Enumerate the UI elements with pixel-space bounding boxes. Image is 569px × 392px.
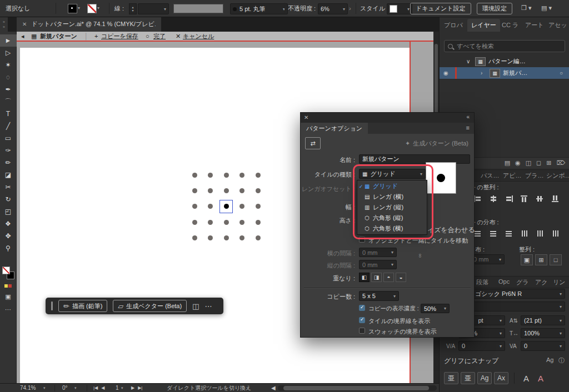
toolbar-more-button[interactable]: ⋯ [5,306,11,313]
align-to-key-object-icon[interactable]: ⊞ [535,254,547,265]
panel-expander-strip[interactable]: »» [0,17,8,32]
tile-type-option-brick-by-column[interactable]: ▥レンガ (縦) [357,202,427,213]
lasso-tool[interactable]: ◌ [0,71,17,83]
next-page-icon[interactable]: ▶ [131,384,134,392]
show-swatch-bounds-checkbox[interactable] [359,328,365,334]
last-page-icon[interactable]: ▶| [138,384,142,392]
fill-indicator[interactable] [2,267,10,274]
leading-field[interactable]: (21 pt)▾ [521,315,565,325]
cancel-link[interactable]: キャンセル [183,32,214,41]
eraser-tool[interactable]: ◪ [0,169,17,181]
arrange-documents-icon[interactable]: ❒ ▾ [521,4,531,12]
document-tab[interactable]: ✕ ドットパターン.ai* @ 74.1 % (CMYK/プレビュー) [17,17,161,32]
save-copy-link[interactable]: コピーを保存 [101,32,138,41]
document-setup-button[interactable]: ドキュメント設定 [410,3,471,14]
stroke-color-swatch[interactable] [87,4,97,13]
snap-x-height-icon[interactable]: Ax [494,372,508,384]
magic-wand-tool[interactable]: ✶ [0,59,17,71]
first-page-icon[interactable]: |◀ [93,384,98,392]
overlap-left-in-front-icon[interactable]: ◧ [359,273,370,282]
copies-dropdown[interactable]: 5 x 5▾ [359,291,399,301]
search-field[interactable]: すべてを検索 [444,40,565,52]
tile-type-option-hex-by-row[interactable]: ⬡六角形 (横) [357,223,427,234]
snap-em-box-icon[interactable]: 亜 [444,372,458,384]
distribute-v-center-button[interactable] [487,228,500,239]
drawing-mode-button[interactable]: ▣ [5,293,11,300]
overlap-bottom-in-front-icon[interactable]: ◒ [396,273,406,282]
opacity-field[interactable]: 6%▾ [318,3,348,14]
direct-selection-tool[interactable]: ▷ [0,47,17,59]
dim-copies-dropdown[interactable]: 50%▾ [421,304,450,313]
prev-page-icon[interactable]: ◀ [101,384,104,392]
pattern-options-tab[interactable]: パターンオプション [301,123,368,134]
distribute-left-button[interactable] [518,228,531,239]
tab-cc-libraries[interactable]: CC ラ [502,21,518,29]
new-sublayer-icon[interactable]: ◻ [536,159,541,167]
paintbrush-tool[interactable]: ✑ [0,144,17,157]
align-v-center-button[interactable] [534,193,546,204]
tab-properties[interactable]: プロパ [444,21,463,29]
locate-object-icon[interactable]: ◉ [515,159,521,167]
info-icon[interactable]: ⓘ [558,356,565,365]
zoom-caret-icon[interactable]: ▾ [43,384,46,392]
glyph-ag-icon[interactable]: Ag [546,356,553,363]
rotation-value[interactable]: 0° [62,384,68,392]
layer-row-new-pattern[interactable]: ◉ › ▦ 新規パ… ○ [440,67,569,79]
style-dropdown[interactable]: ▾ [387,3,412,14]
align-to-artboard-icon[interactable]: □ [550,254,562,265]
rectangle-tool[interactable]: ▭ [0,132,17,144]
scale-tool[interactable]: ◰ [0,205,17,218]
back-arrow-icon[interactable]: ◂ [21,32,24,41]
tab-layers[interactable]: レイヤー [467,19,500,32]
visibility-eye-icon[interactable]: ◉ [443,67,448,79]
distribute-h-center-button[interactable] [534,228,546,239]
tab-opentype[interactable]: Opc [498,278,510,285]
selection-tool[interactable]: ► [0,34,17,47]
generate-vector-button[interactable]: ▱生成ベクター (Beta) [113,300,187,312]
disclosure-closed-icon[interactable]: › [481,67,482,79]
scroll-left-arrow-icon[interactable]: ◀ [271,384,276,392]
tile-type-option-hex-by-column[interactable]: ⬡六角形 (縦) [357,213,427,223]
color-chip-yellow[interactable] [4,284,8,288]
fill-color-swatch[interactable] [68,4,77,13]
kerning-field[interactable]: 0▾ [458,341,505,351]
move-tiles-checkbox[interactable] [359,237,365,243]
tab-brushes[interactable]: ブラ… [525,172,544,180]
delete-selection-icon[interactable]: ⌦ [556,159,565,167]
horizontal-scale-field[interactable]: 100%▾ [521,328,565,338]
tile-type-option-grid[interactable]: ✓▦グリッド [357,181,427,192]
collect-for-export-icon[interactable]: ▤ [505,159,510,167]
snap-glyph-bounds-icon[interactable]: Ag [477,372,492,384]
drag-handle[interactable] [51,301,53,310]
tile-type-option-brick-by-row[interactable]: ▤レンガ (横) [357,192,427,202]
snap-angle-icon[interactable]: A [520,374,532,383]
generate-pattern-button[interactable]: ✦ 生成パターン (Beta) [405,139,468,148]
snap-anchor-icon[interactable]: A [535,374,547,383]
zoom-level[interactable]: 74.1% [20,384,36,392]
target-circle-icon[interactable]: ○ [560,67,563,79]
stroke-weight-dropdown[interactable]: ▾ [138,3,169,14]
align-bottom-button[interactable] [550,193,562,204]
fill-stroke-indicator[interactable] [0,265,17,282]
stroke-weight-stepper[interactable]: ▴▾ [129,3,137,14]
brush-dropdown[interactable]: 5 pt. 丸筆▾ [230,3,288,14]
pencil-tool[interactable]: ✏ [0,157,17,169]
layer-row-pattern-mode[interactable]: ∨ ▦ パターン編… [440,56,569,68]
overlap-right-in-front-icon[interactable]: ◨ [371,273,382,282]
panel-menu-icon[interactable]: ≡ [466,124,470,131]
stroke-swatch-caret-icon[interactable]: ▾ [97,6,99,11]
distribute-spacing-field[interactable]: 0 mm▾ [470,254,505,264]
link-spacing-icon[interactable]: ∞ [417,254,423,258]
more-options-icon[interactable]: ⋯ [204,302,212,310]
tab-symbols[interactable]: シンボ… [546,172,569,180]
disclosure-open-icon[interactable]: ∨ [466,56,470,67]
tile-type-dropdown[interactable]: ▦ グリッド ▾ [359,169,426,179]
align-right-button[interactable] [503,193,515,204]
dim-copies-checkbox[interactable] [359,305,365,311]
line-tool[interactable]: ╱ [0,120,17,132]
color-chip-red[interactable] [8,284,12,288]
preferences-button[interactable]: 環境設定 [477,3,512,14]
close-tab-icon[interactable]: ✕ [22,21,27,27]
tab-pathfinder[interactable]: パス… [481,172,500,180]
align-top-button[interactable] [518,193,531,204]
